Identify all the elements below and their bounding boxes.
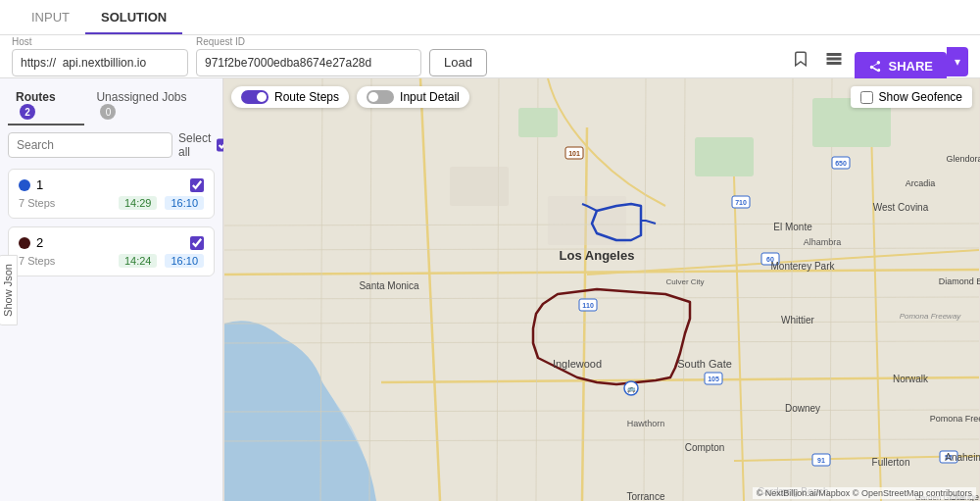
route-steps-row-1: 7 Steps 14:29 16:10: [19, 196, 204, 210]
route-steps-switch[interactable]: [241, 90, 269, 104]
map-svg: 110 105 710 101 60 91 650 55 Los Angele: [223, 78, 980, 501]
map-controls: Route Steps Input Detail: [231, 86, 469, 108]
route-checkbox-1[interactable]: [190, 178, 204, 192]
route-item-1[interactable]: 1 7 Steps 14:29 16:10: [8, 169, 215, 219]
route-name-2: 2: [36, 235, 184, 250]
svg-text:Whittier: Whittier: [781, 315, 815, 326]
route-steps-row-2: 7 Steps 14:24 16:10: [19, 254, 204, 268]
svg-text:South Gate: South Gate: [677, 358, 732, 370]
tab-solution[interactable]: SOLUTION: [85, 2, 182, 34]
bookmark-icon-button[interactable]: [788, 46, 813, 76]
svg-text:105: 105: [708, 376, 719, 382]
select-all-label: Select all: [178, 131, 211, 159]
svg-rect-0: [828, 54, 842, 56]
route-time-start-1: 14:29: [119, 196, 158, 210]
svg-text:Alhambra: Alhambra: [804, 237, 842, 247]
host-input[interactable]: [12, 49, 188, 76]
input-detail-switch[interactable]: [367, 90, 394, 104]
svg-text:🚌: 🚌: [627, 384, 636, 393]
svg-text:Pomona Freeway: Pomona Freeway: [930, 414, 980, 424]
svg-rect-2: [828, 63, 842, 65]
svg-text:Fullerton: Fullerton: [872, 457, 910, 468]
svg-text:Los Angeles: Los Angeles: [560, 248, 635, 263]
route-steps-label-2: 7 Steps: [19, 255, 111, 267]
search-input[interactable]: [8, 132, 172, 158]
svg-text:Torrance: Torrance: [627, 491, 665, 501]
host-field-group: Host: [12, 36, 188, 76]
search-bar: Select all: [0, 125, 222, 165]
route-time-start-2: 14:24: [119, 254, 158, 268]
svg-text:Downey: Downey: [785, 403, 820, 414]
list-icon: [825, 50, 843, 68]
unassigned-badge: 0: [100, 104, 116, 120]
svg-text:Norwalk: Norwalk: [893, 374, 929, 384]
unassigned-tab[interactable]: Unassigned Jobs 0: [88, 86, 215, 125]
route-steps-knob: [257, 92, 267, 102]
svg-text:Hawthorn: Hawthorn: [627, 419, 665, 428]
input-detail-label: Input Detail: [400, 90, 460, 104]
routes-badge: 2: [20, 104, 35, 120]
svg-text:West Covina: West Covina: [873, 202, 929, 213]
geofence-control: Show Geofence: [851, 86, 972, 108]
svg-text:Compton: Compton: [685, 442, 725, 453]
route-dot-1: [19, 179, 30, 191]
route-name-1: 1: [36, 177, 184, 192]
geofence-label: Show Geofence: [879, 90, 962, 104]
reqid-input[interactable]: [196, 49, 421, 76]
svg-rect-21: [518, 108, 558, 137]
bookmark-icon: [792, 50, 809, 68]
svg-text:110: 110: [582, 302, 594, 309]
svg-rect-22: [450, 167, 509, 206]
list-icon-button[interactable]: [821, 46, 847, 76]
share-dropdown-button[interactable]: ▾: [947, 47, 968, 76]
share-icon: [868, 60, 882, 74]
show-json-tab[interactable]: Show Json: [0, 255, 18, 326]
svg-text:Inglewood: Inglewood: [553, 358, 602, 370]
main-layout: Show Json Routes 2 Unassigned Jobs 0 Sel…: [0, 78, 980, 501]
route-steps-toggle[interactable]: Route Steps: [231, 86, 349, 108]
share-button[interactable]: SHARE: [855, 52, 947, 81]
map-attribution: © NextBillion.ai/Mapbox © OpenStreetMap …: [753, 487, 976, 499]
host-label: Host: [12, 36, 188, 47]
reqid-label: Request ID: [196, 36, 421, 47]
route-dot-2: [19, 237, 30, 249]
route-item-2[interactable]: 2 7 Steps 14:24 16:10: [8, 226, 215, 276]
svg-text:Santa Monica: Santa Monica: [359, 280, 419, 291]
route-header-1: 1: [19, 177, 204, 192]
svg-rect-1: [828, 58, 842, 60]
tab-bar: INPUT SOLUTION: [0, 0, 980, 35]
map-area[interactable]: Route Steps Input Detail Show Geofence: [223, 78, 980, 501]
svg-text:Diamond Bar: Diamond Bar: [939, 276, 980, 286]
svg-text:Monterey Park: Monterey Park: [770, 261, 835, 272]
svg-text:Anaheim: Anaheim: [945, 452, 980, 463]
svg-rect-19: [695, 137, 754, 176]
svg-rect-23: [548, 196, 626, 245]
reqid-field-group: Request ID: [196, 36, 421, 76]
svg-text:101: 101: [568, 150, 580, 157]
input-detail-toggle[interactable]: Input Detail: [357, 86, 469, 108]
route-steps-label: Route Steps: [274, 90, 339, 104]
geofence-checkbox[interactable]: [860, 91, 873, 104]
routes-tabs: Routes 2 Unassigned Jobs 0: [0, 78, 222, 125]
toolbar: Host Request ID Load SHARE ▾: [0, 35, 980, 78]
route-list: 1 7 Steps 14:29 16:10 2 7 Steps: [0, 165, 222, 501]
svg-text:710: 710: [735, 199, 747, 206]
route-steps-label-1: 7 Steps: [19, 197, 111, 209]
svg-text:Pomona Freeway: Pomona Freeway: [900, 312, 962, 321]
svg-text:650: 650: [835, 160, 847, 167]
svg-text:91: 91: [817, 457, 825, 464]
svg-text:Culver City: Culver City: [665, 277, 704, 286]
routes-tab[interactable]: Routes 2: [8, 86, 84, 125]
route-time-end-2: 16:10: [165, 254, 204, 268]
svg-text:Arcadia: Arcadia: [906, 178, 936, 188]
tab-input[interactable]: INPUT: [16, 2, 85, 34]
input-detail-knob: [368, 92, 378, 102]
route-header-2: 2: [19, 235, 204, 250]
svg-text:Glendora: Glendora: [946, 154, 980, 164]
svg-text:El Monte: El Monte: [773, 222, 812, 232]
left-panel: Show Json Routes 2 Unassigned Jobs 0 Sel…: [0, 78, 223, 501]
load-button[interactable]: Load: [429, 49, 487, 76]
route-checkbox-2[interactable]: [190, 236, 204, 250]
route-time-end-1: 16:10: [165, 196, 204, 210]
